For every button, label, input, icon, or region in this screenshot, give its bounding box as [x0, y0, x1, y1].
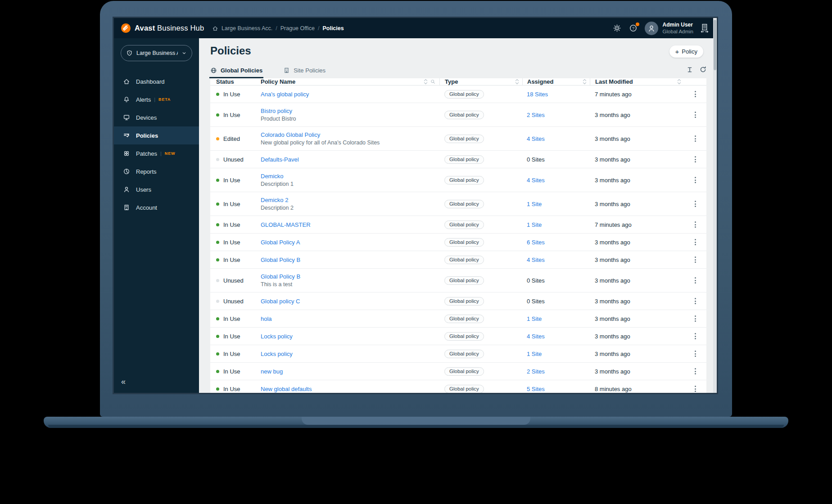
sidebar-item-patches[interactable]: Patches | NEW	[114, 144, 199, 162]
scrollbar-thumb[interactable]	[714, 20, 716, 70]
sort-icon[interactable]	[424, 79, 428, 85]
row-menu-button[interactable]	[693, 237, 698, 247]
policy-name-link[interactable]: hola	[261, 315, 272, 322]
tab-global-policies[interactable]: Global Policies	[210, 62, 262, 78]
assigned-sites[interactable]: 4 Sites	[527, 135, 545, 142]
tab-site-policies[interactable]: Site Policies	[283, 62, 326, 78]
policy-type-badge: Global policy	[444, 200, 484, 208]
globe-icon	[210, 67, 217, 74]
home-icon[interactable]	[212, 25, 218, 32]
row-menu-button[interactable]	[693, 175, 698, 185]
column-header-status[interactable]: Status	[210, 78, 257, 85]
policy-name-link[interactable]: GLOBAL-MASTER	[261, 221, 311, 228]
row-menu-button[interactable]	[693, 296, 698, 306]
column-header-last-modified[interactable]: Last Modified	[590, 78, 684, 85]
assigned-sites[interactable]: 1 Site	[527, 221, 542, 228]
policy-name-link[interactable]: Demicko 2	[261, 197, 288, 203]
sidebar-item-label: Policies	[136, 132, 158, 139]
sidebar-item-reports[interactable]: Reports	[114, 162, 199, 180]
row-menu-button[interactable]	[693, 331, 698, 341]
breadcrumb-account[interactable]: Large Business Acc.	[222, 25, 272, 32]
row-menu-button[interactable]	[693, 384, 698, 393]
column-header-type[interactable]: Type	[439, 78, 522, 85]
assigned-sites[interactable]: 1 Site	[527, 315, 542, 322]
assigned-sites[interactable]: 2 Sites	[527, 368, 545, 375]
refresh-icon[interactable]	[699, 66, 707, 73]
row-menu-button[interactable]	[693, 89, 698, 99]
sidebar-collapse-button[interactable]: «	[121, 377, 126, 387]
users-icon	[123, 186, 130, 193]
status-dot	[216, 113, 219, 117]
assigned-sites[interactable]: 1 Site	[527, 201, 542, 207]
sidebar-item-dashboard[interactable]: Dashboard	[114, 72, 199, 90]
policy-name-link[interactable]: Locks policy	[261, 333, 293, 340]
status-dot	[216, 300, 219, 303]
breadcrumb-site[interactable]: Prague Office	[280, 25, 315, 32]
row-menu-button[interactable]	[693, 275, 698, 285]
sidebar-item-users[interactable]: Users	[114, 180, 199, 198]
row-menu-button[interactable]	[693, 220, 698, 230]
scrollbar-track[interactable]	[713, 18, 717, 393]
sidebar-item-devices[interactable]: Devices	[114, 108, 199, 126]
sort-icon[interactable]	[677, 79, 681, 85]
row-menu-button[interactable]	[693, 154, 698, 164]
row-menu-button[interactable]	[693, 366, 698, 376]
last-modified: 3 months ago	[595, 298, 630, 305]
column-ibeam-icon[interactable]	[686, 66, 693, 73]
column-header-policy-name[interactable]: Policy Name	[257, 78, 439, 85]
row-menu-button[interactable]	[693, 349, 698, 359]
policy-name-link[interactable]: Demicko	[261, 173, 284, 180]
policy-name-link[interactable]: Global Policy A	[261, 239, 300, 246]
sidebar-item-alerts[interactable]: Alerts | BETA	[114, 90, 199, 108]
policy-name-link[interactable]: Global policy C	[261, 298, 300, 305]
laptop-notch	[302, 417, 530, 425]
row-menu-button[interactable]	[693, 314, 698, 324]
column-header-assigned[interactable]: Assigned	[522, 78, 590, 85]
policy-name-link[interactable]: Bistro policy	[261, 108, 292, 114]
sidebar-item-account[interactable]: Account	[114, 198, 199, 216]
assigned-sites[interactable]: 4 Sites	[527, 177, 545, 184]
sort-icon[interactable]	[583, 79, 587, 85]
sort-icon[interactable]	[515, 79, 519, 85]
row-menu-button[interactable]	[693, 255, 698, 265]
policy-name-link[interactable]: Locks policy	[261, 351, 293, 357]
policy-name-link[interactable]: Defaults-Pavel	[261, 156, 299, 163]
help-button[interactable]: ?	[629, 23, 638, 33]
assigned-sites[interactable]: 18 Sites	[527, 91, 548, 98]
policies-icon	[123, 132, 130, 139]
policy-name-link[interactable]: Global Policy B	[261, 256, 300, 263]
assigned-sites[interactable]: 1 Site	[527, 351, 542, 357]
top-right-actions: ? Admin User Global Admin	[612, 18, 710, 38]
user-info[interactable]: Admin User Global Admin	[663, 22, 693, 35]
policy-name-link[interactable]: Colorado Global Policy	[261, 131, 320, 138]
policy-name-link[interactable]: Ana's global policy	[261, 91, 309, 98]
console-switcher-button[interactable]	[700, 23, 710, 33]
policy-name-link[interactable]: Global Policy B	[261, 273, 300, 280]
account-selector[interactable]: Large Business Acc.	[121, 45, 192, 61]
policy-name-link[interactable]: New global defaults	[261, 386, 312, 392]
table-row: Unused Global Policy B This is a test Gl…	[210, 268, 706, 292]
search-icon[interactable]	[430, 79, 436, 85]
policy-description: Description 2	[261, 205, 294, 211]
assigned-sites[interactable]: 5 Sites	[527, 386, 545, 392]
svg-text:?: ?	[632, 26, 634, 31]
row-menu-button[interactable]	[693, 110, 698, 120]
status-label: In Use	[223, 201, 240, 207]
status-label: In Use	[223, 368, 240, 375]
assigned-sites[interactable]: 4 Sites	[527, 256, 545, 263]
row-menu-button[interactable]	[693, 199, 698, 209]
policy-name-link[interactable]: new bug	[261, 368, 283, 375]
assigned-sites[interactable]: 4 Sites	[527, 333, 545, 340]
status-label: In Use	[223, 112, 240, 118]
assigned-sites[interactable]: 6 Sites	[527, 239, 545, 246]
last-modified: 7 minutes ago	[595, 91, 632, 98]
settings-button[interactable]	[612, 23, 622, 33]
avatar[interactable]	[645, 22, 658, 35]
table-row: In Use Demicko Description 1 Global poli…	[210, 168, 706, 192]
row-menu-button[interactable]	[693, 134, 698, 144]
policy-type-badge: Global policy	[444, 385, 484, 393]
assigned-sites[interactable]: 2 Sites	[527, 112, 545, 118]
last-modified: 8 minutes ago	[595, 386, 632, 392]
add-policy-button[interactable]: + Policy	[669, 45, 703, 58]
sidebar-item-policies[interactable]: Policies	[114, 126, 199, 144]
